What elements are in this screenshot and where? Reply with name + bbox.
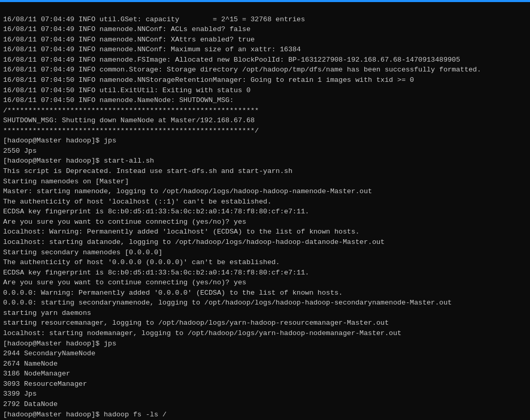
terminal-line: 16/08/11 07:04:49 INFO namenode.NNConf: … bbox=[3, 35, 527, 45]
terminal-line: ****************************************… bbox=[3, 126, 527, 136]
terminal-line: Starting secondary namenodes [0.0.0.0] bbox=[3, 248, 527, 258]
terminal-line: [hadoop@Master hadoop]$ hadoop fs -ls / bbox=[3, 410, 527, 420]
terminal-line: Master: starting namenode, logging to /o… bbox=[3, 186, 527, 197]
terminal-line: 3093 ResourceManager bbox=[3, 379, 527, 389]
terminal-line: 3399 Jps bbox=[3, 389, 527, 399]
terminal-line: localhost: starting datanode, logging to… bbox=[3, 237, 527, 248]
terminal-line: 0.0.0.0: starting secondarynamenode, log… bbox=[3, 298, 527, 308]
terminal-line: [hadoop@Master hadoop]$ jps bbox=[3, 339, 527, 349]
terminal-line: 2792 DataNode bbox=[3, 399, 527, 410]
terminal-line: This script is Deprecated. Instead use s… bbox=[3, 166, 527, 177]
terminal-line: 2944 SecondaryNameNode bbox=[3, 349, 527, 359]
terminal-line: localhost: starting nodemanager, logging… bbox=[3, 328, 527, 339]
terminal-line: 3186 NodeManager bbox=[3, 369, 527, 379]
terminal-line: /***************************************… bbox=[3, 106, 527, 116]
terminal-line: 16/08/11 07:04:49 INFO util.GSet: capaci… bbox=[3, 15, 527, 25]
terminal-line: starting resourcemanager, logging to /op… bbox=[3, 318, 527, 328]
terminal-line: 16/08/11 07:04:50 INFO util.ExitUtil: Ex… bbox=[3, 85, 527, 96]
terminal-line: ECDSA key fingerprint is 8c:b0:d5:d1:33:… bbox=[3, 268, 527, 278]
terminal-line: [hadoop@Master hadoop]$ jps bbox=[3, 136, 527, 146]
terminal-line: The authenticity of host '0.0.0.0 (0.0.0… bbox=[3, 257, 527, 268]
terminal-line: Are you sure you want to continue connec… bbox=[3, 217, 527, 227]
terminal-line: SHUTDOWN_MSG: Shutting down NameNode at … bbox=[3, 115, 527, 126]
terminal-line: The authenticity of host 'localhost (::1… bbox=[3, 197, 527, 207]
terminal-line: 16/08/11 07:04:49 INFO namenode.NNConf: … bbox=[3, 45, 527, 55]
terminal-line: ECDSA key fingerprint is 8c:b0:d5:d1:33:… bbox=[3, 207, 527, 217]
terminal-line: 16/08/11 07:04:50 INFO namenode.NNStorag… bbox=[3, 75, 527, 85]
terminal-line: 16/08/11 07:04:49 INFO namenode.NNConf: … bbox=[3, 24, 527, 35]
terminal-line: [hadoop@Master hadoop]$ start-all.sh bbox=[3, 156, 527, 166]
terminal-line: starting yarn daemons bbox=[3, 308, 527, 318]
terminal-line: localhost: Warning: Permanently added 'l… bbox=[3, 227, 527, 237]
terminal-line: Starting namenodes on [Master] bbox=[3, 177, 527, 187]
terminal-line: 2674 NameNode bbox=[3, 359, 527, 369]
top-accent-bar bbox=[0, 0, 530, 2]
terminal-line: 2550 Jps bbox=[3, 146, 527, 156]
terminal-line: 16/08/11 07:04:50 INFO namenode.NameNode… bbox=[3, 95, 527, 106]
terminal-line: 16/08/11 07:04:49 INFO namenode.FSImage:… bbox=[3, 55, 527, 65]
terminal-line: 0.0.0.0: Warning: Permanently added '0.0… bbox=[3, 288, 527, 298]
terminal-line: Are you sure you want to continue connec… bbox=[3, 278, 527, 288]
terminal-window[interactable]: 16/08/11 07:04:49 INFO util.GSet: capaci… bbox=[0, 0, 530, 420]
terminal-line: 16/08/11 07:04:49 INFO common.Storage: S… bbox=[3, 65, 527, 75]
